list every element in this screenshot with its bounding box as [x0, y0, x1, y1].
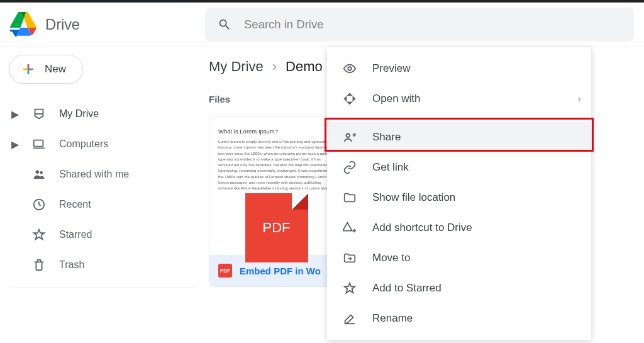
pdf-graphic: PDF	[245, 193, 308, 262]
sidebar-item-label: Shared with me	[59, 169, 129, 180]
context-menu: Preview Open with › Share Get li	[327, 47, 591, 340]
new-button[interactable]: New	[9, 55, 83, 84]
search-icon	[218, 18, 231, 31]
breadcrumb-root[interactable]: My Drive	[209, 59, 264, 75]
submenu-chevron-icon: ›	[577, 93, 581, 105]
my-drive-icon	[31, 107, 47, 121]
folder-icon	[342, 191, 357, 205]
file-name: Embed PDF in Wo	[240, 266, 321, 276]
move-to-icon	[342, 251, 357, 265]
new-button-label: New	[45, 63, 66, 76]
drive-logo-icon	[10, 12, 38, 37]
menu-item-label: Move to	[372, 252, 410, 264]
menu-item-label: Share	[372, 131, 401, 143]
product-name: Drive	[45, 16, 80, 33]
sidebar-item-trash[interactable]: Trash	[9, 250, 195, 280]
sidebar-item-label: Starred	[59, 229, 92, 240]
chevron-right-icon: ›	[272, 59, 277, 75]
menu-item-preview[interactable]: Preview	[327, 53, 591, 84]
svg-point-5	[347, 134, 350, 138]
sidebar-item-starred[interactable]: Starred	[9, 220, 195, 250]
menu-item-open-with[interactable]: Open with ›	[327, 84, 591, 114]
menu-item-label: Preview	[372, 62, 410, 75]
computers-icon	[31, 137, 47, 151]
plus-icon	[21, 62, 36, 77]
preview-icon	[342, 62, 357, 76]
menu-item-label: Open with	[372, 93, 421, 105]
main-area: New ▶ My Drive ▶ Computers Shared with m…	[0, 47, 644, 343]
svg-point-4	[348, 67, 352, 70]
sidebar: New ▶ My Drive ▶ Computers Shared with m…	[0, 47, 195, 343]
menu-item-get-link[interactable]: Get link	[327, 152, 591, 183]
svg-rect-0	[34, 140, 43, 147]
file-card[interactable]: What is Lorem Ipsum? Lorem Ipsum is simp…	[209, 116, 344, 287]
menu-item-label: Rename	[372, 312, 413, 325]
menu-item-rename[interactable]: Rename	[327, 303, 591, 334]
star-icon	[342, 281, 357, 295]
content-area: My Drive › Demo Files What is Lorem Ipsu…	[195, 47, 644, 343]
add-shortcut-icon	[342, 221, 357, 235]
search-placeholder: Search in Drive	[244, 18, 323, 31]
sidebar-item-recent[interactable]: Recent	[9, 189, 195, 220]
menu-item-label: Add to Starred	[372, 282, 441, 295]
breadcrumb-current[interactable]: Demo	[286, 59, 323, 75]
chevron-right-icon: ▶	[11, 108, 19, 120]
sidebar-item-label: Trash	[59, 259, 84, 271]
chevron-right-icon: ▶	[11, 138, 19, 150]
menu-item-label: Show file location	[372, 191, 455, 204]
menu-item-label: Add shortcut to Drive	[372, 222, 472, 234]
link-icon	[342, 160, 357, 174]
sidebar-divider	[9, 288, 195, 288]
pdf-graphic-label: PDF	[263, 220, 291, 236]
rename-icon	[342, 312, 357, 325]
menu-item-move-to[interactable]: Move to	[327, 243, 591, 273]
menu-item-add-shortcut[interactable]: Add shortcut to Drive	[327, 213, 591, 243]
sidebar-item-label: Computers	[59, 138, 108, 150]
menu-item-label: Get link	[372, 161, 409, 174]
sidebar-item-computers[interactable]: ▶ Computers	[9, 129, 195, 159]
search-bar[interactable]: Search in Drive	[205, 8, 634, 42]
pdf-fold-corner	[292, 193, 308, 210]
sidebar-item-label: Recent	[59, 199, 91, 210]
svg-point-1	[36, 171, 40, 174]
menu-item-add-starred[interactable]: Add to Starred	[327, 273, 591, 303]
pdf-badge-icon: PDF	[218, 264, 232, 278]
sidebar-item-my-drive[interactable]: ▶ My Drive	[9, 99, 195, 129]
menu-item-show-location[interactable]: Show file location	[327, 183, 591, 213]
star-icon	[31, 228, 47, 242]
sidebar-item-shared[interactable]: Shared with me	[9, 159, 195, 189]
open-with-icon	[342, 92, 357, 106]
recent-icon	[31, 198, 47, 211]
thumb-doc-text: Lorem Ipsum is simply dummy text of the …	[218, 138, 335, 191]
menu-divider	[327, 118, 591, 118]
svg-point-2	[40, 171, 43, 174]
shared-icon	[31, 167, 47, 181]
thumb-doc-title: What is Lorem Ipsum?	[218, 128, 335, 135]
menu-item-share[interactable]: Share	[327, 122, 591, 152]
share-icon	[342, 130, 357, 144]
file-thumbnail: What is Lorem Ipsum? Lorem Ipsum is simp…	[209, 116, 343, 255]
trash-icon	[31, 258, 47, 272]
app-header: Drive Search in Drive	[0, 3, 644, 47]
sidebar-item-label: My Drive	[59, 108, 99, 120]
logo-area: Drive	[10, 12, 205, 37]
